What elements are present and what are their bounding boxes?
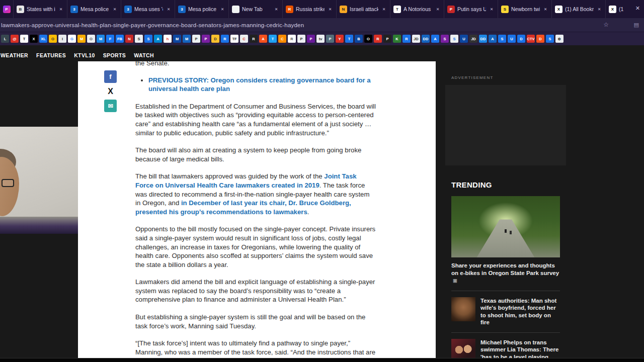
browser-tab[interactable]: NIsraeli attack on Ga✕ (336, 0, 390, 18)
facebook-share-button[interactable]: f (104, 70, 117, 83)
bookmark-favicon[interactable]: M (97, 35, 105, 43)
bookmark-favicon[interactable]: P (383, 35, 391, 43)
browser-tab[interactable]: PPutin says Ukraine✕ (444, 0, 498, 18)
bookmark-favicon[interactable]: DD (422, 35, 430, 43)
browser-tab[interactable]: 3Mesa uses 'out-of-✕ (121, 0, 175, 18)
bookmark-favicon[interactable]: S (135, 35, 143, 43)
bookmark-favicon[interactable]: U (508, 35, 516, 43)
bookmark-favicon[interactable]: D (536, 35, 544, 43)
bookmark-favicon[interactable]: L (1, 35, 9, 43)
bookmark-favicon[interactable]: S (144, 35, 152, 43)
trending-item[interactable]: Texas authorities: Man shot wife's boyfr… (451, 297, 560, 326)
bookmark-favicon[interactable]: O (364, 35, 372, 43)
site-nav-item-watch[interactable]: WATCH (134, 52, 154, 58)
bookmark-favicon[interactable]: B (355, 35, 363, 43)
bookmark-favicon[interactable]: R (374, 35, 382, 43)
bookmark-favicon[interactable]: M (77, 35, 86, 43)
bookmark-favicon[interactable]: T (269, 35, 277, 43)
bookmark-favicon[interactable]: P (326, 35, 334, 43)
bookmark-favicon[interactable]: ⊕ (555, 35, 564, 43)
tab-close-icon[interactable]: ✕ (435, 7, 441, 12)
bookmark-favicon[interactable]: TF (230, 35, 238, 43)
bookmark-favicon[interactable]: M (173, 35, 181, 43)
bookmark-favicon[interactable]: P (307, 35, 315, 43)
bookmark-favicon[interactable]: C (240, 35, 248, 43)
article-inline-link[interactable]: Joint Task Force on Universal Health Car… (135, 172, 357, 189)
bookmark-favicon[interactable]: I (58, 35, 66, 43)
browser-tab[interactable]: 3Mesa police sued f✕ (175, 0, 228, 18)
tab-close-icon[interactable]: ✕ (542, 7, 548, 12)
bookmark-favicon[interactable]: S (441, 35, 449, 43)
bookmark-favicon[interactable]: D (517, 35, 525, 43)
site-nav-item-ktvl10[interactable]: KTVL10 (74, 52, 95, 58)
bookmark-favicon[interactable]: U (460, 35, 468, 43)
bookmark-favicon[interactable]: P (192, 35, 200, 43)
previous-story-link[interactable]: PREVIOUS STORY: Oregon considers creatin… (148, 76, 371, 93)
article-inline-link[interactable]: in December of last year its chair, Dr. … (135, 199, 351, 216)
bookmark-favicon[interactable]: A (489, 35, 497, 43)
bookmark-favicon[interactable]: S (546, 35, 554, 43)
browser-tab[interactable]: New Tab✕ (228, 0, 282, 18)
site-nav-item-weather[interactable]: WEATHER (1, 52, 28, 58)
tab-close-icon[interactable]: ✕ (58, 7, 64, 12)
site-nav-item-features[interactable]: FEATURES (36, 52, 66, 58)
site-nav-item-sports[interactable]: SPORTS (103, 52, 126, 58)
browser-tab[interactable]: RRussia strikes back✕ (282, 0, 336, 18)
bookmark-favicon[interactable]: CTV (527, 35, 535, 43)
bookmark-favicon[interactable]: R (250, 35, 258, 43)
bookmark-favicon[interactable]: S (450, 35, 458, 43)
window-close-icon[interactable]: ✕ (635, 5, 640, 12)
bookmark-favicon[interactable]: @ (11, 35, 19, 43)
bookmark-favicon[interactable]: P (202, 35, 210, 43)
bookmark-favicon[interactable]: R (403, 35, 411, 43)
bookmark-favicon[interactable]: R (288, 35, 296, 43)
bookmark-favicon[interactable]: A (431, 35, 439, 43)
bookmark-favicon[interactable]: A (259, 35, 267, 43)
tab-close-icon[interactable]: ✕ (112, 7, 118, 12)
x-share-button[interactable]: X (104, 85, 117, 98)
bookmark-favicon[interactable]: M (183, 35, 191, 43)
bookmark-favicon[interactable]: JD (469, 35, 477, 43)
bookmark-favicon[interactable]: F (106, 35, 114, 43)
pinned-tab[interactable]: P (0, 0, 13, 18)
bookmark-favicon[interactable]: D (211, 35, 219, 43)
tab-close-icon[interactable]: ✕ (596, 7, 602, 12)
bookmark-favicon[interactable]: S (498, 35, 506, 43)
tab-close-icon[interactable]: ✕ (327, 7, 333, 12)
bookmark-favicon[interactable]: K (393, 35, 401, 43)
bookmark-favicon[interactable]: DD (479, 35, 487, 43)
tab-close-icon[interactable]: ✕ (219, 7, 225, 12)
browser-tab[interactable]: X(1) All Bookmarks✕ (551, 0, 605, 18)
bookmark-favicon[interactable]: P (297, 35, 305, 43)
bookmark-favicon[interactable]: tv (316, 35, 325, 43)
side-panel-icon[interactable]: ▤ (634, 22, 639, 28)
bookmark-favicon[interactable]: O (87, 35, 95, 43)
tab-close-icon[interactable]: ✕ (381, 7, 387, 12)
bookmark-favicon[interactable]: T (345, 35, 353, 43)
address-bar[interactable]: lawmakers-approve-universal-health-plan-… (0, 22, 644, 28)
tab-close-icon[interactable]: ✕ (273, 7, 279, 12)
bookmark-favicon[interactable]: FB (116, 35, 124, 43)
bookmark-favicon[interactable]: Y (336, 35, 344, 43)
bookmark-favicon[interactable]: C (278, 35, 286, 43)
tab-close-icon[interactable]: ✕ (166, 7, 172, 12)
tab-close-icon[interactable]: ✕ (489, 7, 495, 12)
browser-tab[interactable]: BStates with initiativ✕ (13, 0, 67, 18)
bookmark-favicon[interactable]: O (49, 35, 57, 43)
browser-tab[interactable]: TA Notorious Marine✕ (390, 0, 444, 18)
bookmark-favicon[interactable]: G (68, 35, 76, 43)
bookmark-favicon[interactable]: T (20, 35, 28, 43)
bookmark-star-icon[interactable]: ☆ (603, 21, 609, 28)
bookmark-favicon[interactable]: JD (412, 35, 420, 43)
trending-item[interactable]: Share your experiences and thoughts on e… (451, 196, 560, 285)
bookmark-favicon[interactable]: X (30, 35, 38, 43)
bookmark-favicon[interactable]: R (221, 35, 229, 43)
bookmark-favicon[interactable]: N (125, 35, 133, 43)
bookmark-favicon[interactable]: A (154, 35, 162, 43)
bookmark-favicon[interactable]: XL (39, 35, 47, 43)
browser-tab[interactable]: 3Mesa police officer✕ (67, 0, 121, 18)
trending-item[interactable]: Michael Phelps on trans swimmer Lia Thom… (451, 339, 560, 358)
bookmark-favicon[interactable]: h (164, 35, 172, 43)
browser-tab[interactable]: SNewborn twins kille✕ (498, 0, 551, 18)
email-share-button[interactable]: ✉ (104, 100, 117, 112)
